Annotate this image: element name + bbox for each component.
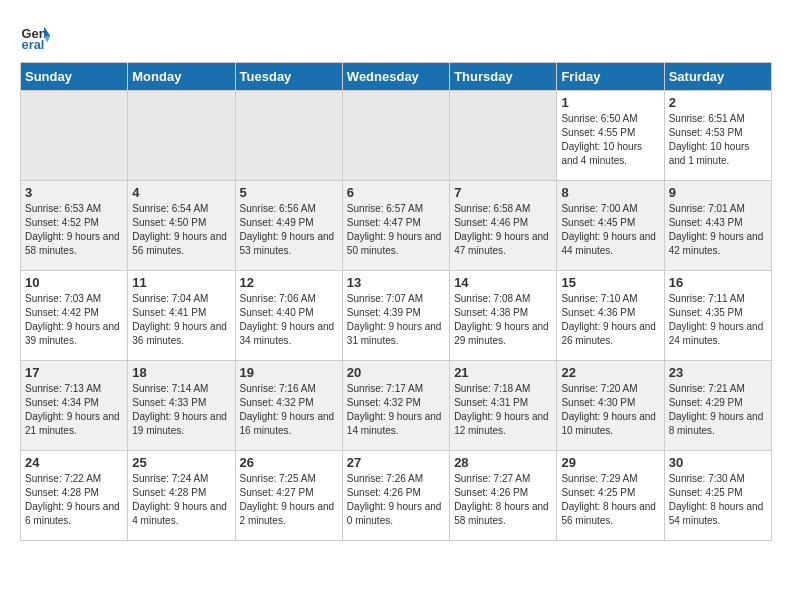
day-info: Sunrise: 6:58 AM Sunset: 4:46 PM Dayligh… xyxy=(454,202,552,258)
day-info: Sunrise: 7:06 AM Sunset: 4:40 PM Dayligh… xyxy=(240,292,338,348)
calendar-cell: 15Sunrise: 7:10 AM Sunset: 4:36 PM Dayli… xyxy=(557,271,664,361)
svg-text:eral: eral xyxy=(22,37,45,52)
day-info: Sunrise: 7:24 AM Sunset: 4:28 PM Dayligh… xyxy=(132,472,230,528)
calendar-week-row: 10Sunrise: 7:03 AM Sunset: 4:42 PM Dayli… xyxy=(21,271,772,361)
calendar-cell: 24Sunrise: 7:22 AM Sunset: 4:28 PM Dayli… xyxy=(21,451,128,541)
day-number: 28 xyxy=(454,455,552,470)
day-number: 30 xyxy=(669,455,767,470)
logo: Gen eral xyxy=(20,20,56,52)
calendar-table: SundayMondayTuesdayWednesdayThursdayFrid… xyxy=(20,62,772,541)
weekday-header: Monday xyxy=(128,63,235,91)
day-number: 7 xyxy=(454,185,552,200)
day-info: Sunrise: 7:01 AM Sunset: 4:43 PM Dayligh… xyxy=(669,202,767,258)
calendar-cell: 10Sunrise: 7:03 AM Sunset: 4:42 PM Dayli… xyxy=(21,271,128,361)
calendar-cell: 20Sunrise: 7:17 AM Sunset: 4:32 PM Dayli… xyxy=(342,361,449,451)
weekday-header: Wednesday xyxy=(342,63,449,91)
calendar-cell: 13Sunrise: 7:07 AM Sunset: 4:39 PM Dayli… xyxy=(342,271,449,361)
day-info: Sunrise: 6:51 AM Sunset: 4:53 PM Dayligh… xyxy=(669,112,767,168)
day-number: 6 xyxy=(347,185,445,200)
day-number: 15 xyxy=(561,275,659,290)
weekday-header: Saturday xyxy=(664,63,771,91)
calendar-cell: 30Sunrise: 7:30 AM Sunset: 4:25 PM Dayli… xyxy=(664,451,771,541)
calendar-cell xyxy=(450,91,557,181)
day-info: Sunrise: 7:26 AM Sunset: 4:26 PM Dayligh… xyxy=(347,472,445,528)
day-number: 26 xyxy=(240,455,338,470)
calendar-week-row: 3Sunrise: 6:53 AM Sunset: 4:52 PM Daylig… xyxy=(21,181,772,271)
calendar-cell: 17Sunrise: 7:13 AM Sunset: 4:34 PM Dayli… xyxy=(21,361,128,451)
calendar-cell: 5Sunrise: 6:56 AM Sunset: 4:49 PM Daylig… xyxy=(235,181,342,271)
day-number: 16 xyxy=(669,275,767,290)
day-info: Sunrise: 7:00 AM Sunset: 4:45 PM Dayligh… xyxy=(561,202,659,258)
calendar-cell: 1Sunrise: 6:50 AM Sunset: 4:55 PM Daylig… xyxy=(557,91,664,181)
calendar-cell: 7Sunrise: 6:58 AM Sunset: 4:46 PM Daylig… xyxy=(450,181,557,271)
day-info: Sunrise: 7:18 AM Sunset: 4:31 PM Dayligh… xyxy=(454,382,552,438)
calendar-cell: 25Sunrise: 7:24 AM Sunset: 4:28 PM Dayli… xyxy=(128,451,235,541)
calendar-week-row: 24Sunrise: 7:22 AM Sunset: 4:28 PM Dayli… xyxy=(21,451,772,541)
calendar-cell: 16Sunrise: 7:11 AM Sunset: 4:35 PM Dayli… xyxy=(664,271,771,361)
calendar-cell: 11Sunrise: 7:04 AM Sunset: 4:41 PM Dayli… xyxy=(128,271,235,361)
day-info: Sunrise: 7:14 AM Sunset: 4:33 PM Dayligh… xyxy=(132,382,230,438)
day-info: Sunrise: 7:10 AM Sunset: 4:36 PM Dayligh… xyxy=(561,292,659,348)
day-number: 21 xyxy=(454,365,552,380)
day-number: 19 xyxy=(240,365,338,380)
weekday-header: Thursday xyxy=(450,63,557,91)
day-number: 10 xyxy=(25,275,123,290)
calendar-cell: 28Sunrise: 7:27 AM Sunset: 4:26 PM Dayli… xyxy=(450,451,557,541)
calendar-cell: 26Sunrise: 7:25 AM Sunset: 4:27 PM Dayli… xyxy=(235,451,342,541)
day-info: Sunrise: 7:08 AM Sunset: 4:38 PM Dayligh… xyxy=(454,292,552,348)
day-info: Sunrise: 7:21 AM Sunset: 4:29 PM Dayligh… xyxy=(669,382,767,438)
day-info: Sunrise: 7:11 AM Sunset: 4:35 PM Dayligh… xyxy=(669,292,767,348)
day-number: 18 xyxy=(132,365,230,380)
calendar-cell: 8Sunrise: 7:00 AM Sunset: 4:45 PM Daylig… xyxy=(557,181,664,271)
calendar-header-row: SundayMondayTuesdayWednesdayThursdayFrid… xyxy=(21,63,772,91)
weekday-header: Sunday xyxy=(21,63,128,91)
weekday-header: Tuesday xyxy=(235,63,342,91)
calendar-cell: 22Sunrise: 7:20 AM Sunset: 4:30 PM Dayli… xyxy=(557,361,664,451)
page-header: Gen eral xyxy=(20,20,772,52)
calendar-cell: 12Sunrise: 7:06 AM Sunset: 4:40 PM Dayli… xyxy=(235,271,342,361)
calendar-week-row: 1Sunrise: 6:50 AM Sunset: 4:55 PM Daylig… xyxy=(21,91,772,181)
day-info: Sunrise: 7:29 AM Sunset: 4:25 PM Dayligh… xyxy=(561,472,659,528)
day-number: 29 xyxy=(561,455,659,470)
calendar-cell: 19Sunrise: 7:16 AM Sunset: 4:32 PM Dayli… xyxy=(235,361,342,451)
day-number: 17 xyxy=(25,365,123,380)
day-info: Sunrise: 7:13 AM Sunset: 4:34 PM Dayligh… xyxy=(25,382,123,438)
day-number: 13 xyxy=(347,275,445,290)
day-info: Sunrise: 7:30 AM Sunset: 4:25 PM Dayligh… xyxy=(669,472,767,528)
weekday-header: Friday xyxy=(557,63,664,91)
day-info: Sunrise: 7:22 AM Sunset: 4:28 PM Dayligh… xyxy=(25,472,123,528)
calendar-cell: 14Sunrise: 7:08 AM Sunset: 4:38 PM Dayli… xyxy=(450,271,557,361)
day-number: 23 xyxy=(669,365,767,380)
calendar-cell xyxy=(342,91,449,181)
day-number: 20 xyxy=(347,365,445,380)
day-number: 3 xyxy=(25,185,123,200)
day-number: 12 xyxy=(240,275,338,290)
calendar-week-row: 17Sunrise: 7:13 AM Sunset: 4:34 PM Dayli… xyxy=(21,361,772,451)
calendar-cell: 3Sunrise: 6:53 AM Sunset: 4:52 PM Daylig… xyxy=(21,181,128,271)
day-info: Sunrise: 6:54 AM Sunset: 4:50 PM Dayligh… xyxy=(132,202,230,258)
day-info: Sunrise: 6:56 AM Sunset: 4:49 PM Dayligh… xyxy=(240,202,338,258)
day-info: Sunrise: 6:57 AM Sunset: 4:47 PM Dayligh… xyxy=(347,202,445,258)
day-number: 22 xyxy=(561,365,659,380)
day-number: 24 xyxy=(25,455,123,470)
day-info: Sunrise: 6:53 AM Sunset: 4:52 PM Dayligh… xyxy=(25,202,123,258)
day-info: Sunrise: 7:16 AM Sunset: 4:32 PM Dayligh… xyxy=(240,382,338,438)
calendar-cell: 9Sunrise: 7:01 AM Sunset: 4:43 PM Daylig… xyxy=(664,181,771,271)
calendar-cell: 4Sunrise: 6:54 AM Sunset: 4:50 PM Daylig… xyxy=(128,181,235,271)
day-number: 9 xyxy=(669,185,767,200)
day-info: Sunrise: 7:07 AM Sunset: 4:39 PM Dayligh… xyxy=(347,292,445,348)
calendar-cell xyxy=(128,91,235,181)
calendar-cell: 6Sunrise: 6:57 AM Sunset: 4:47 PM Daylig… xyxy=(342,181,449,271)
calendar-cell xyxy=(235,91,342,181)
day-number: 2 xyxy=(669,95,767,110)
day-info: Sunrise: 7:04 AM Sunset: 4:41 PM Dayligh… xyxy=(132,292,230,348)
day-info: Sunrise: 7:25 AM Sunset: 4:27 PM Dayligh… xyxy=(240,472,338,528)
day-info: Sunrise: 6:50 AM Sunset: 4:55 PM Dayligh… xyxy=(561,112,659,168)
logo-icon: Gen eral xyxy=(20,20,52,52)
svg-marker-2 xyxy=(44,26,50,36)
day-info: Sunrise: 7:17 AM Sunset: 4:32 PM Dayligh… xyxy=(347,382,445,438)
day-number: 5 xyxy=(240,185,338,200)
day-number: 4 xyxy=(132,185,230,200)
day-info: Sunrise: 7:20 AM Sunset: 4:30 PM Dayligh… xyxy=(561,382,659,438)
calendar-cell: 23Sunrise: 7:21 AM Sunset: 4:29 PM Dayli… xyxy=(664,361,771,451)
